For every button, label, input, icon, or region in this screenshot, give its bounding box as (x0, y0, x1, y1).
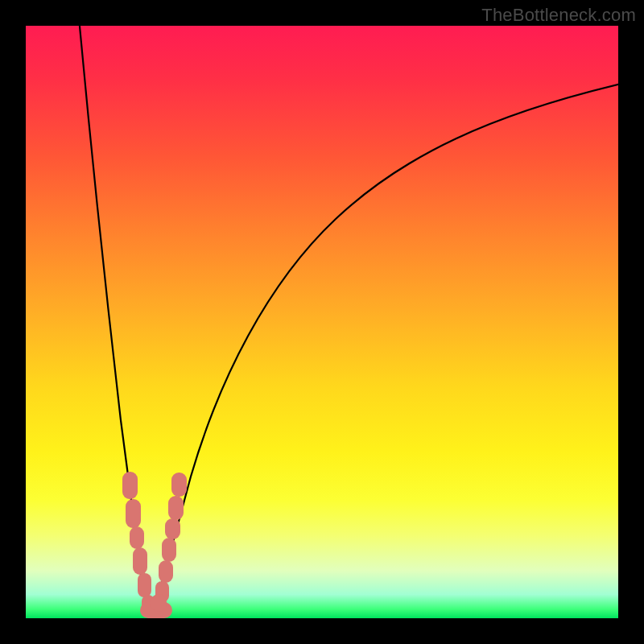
svg-rect-3 (133, 547, 147, 575)
bottleneck-curve-right (151, 84, 618, 618)
curve-layer (26, 26, 618, 618)
left-cluster (122, 472, 155, 612)
svg-rect-9 (162, 538, 176, 562)
chart-frame: TheBottleneck.com (0, 0, 644, 644)
plot-area (26, 26, 618, 618)
svg-rect-8 (165, 518, 180, 539)
svg-rect-10 (159, 560, 173, 583)
svg-rect-7 (168, 496, 184, 520)
svg-rect-13 (151, 594, 167, 612)
svg-rect-1 (126, 499, 141, 528)
svg-rect-6 (171, 473, 187, 497)
svg-rect-0 (122, 472, 138, 499)
right-cluster (155, 473, 187, 602)
svg-rect-2 (130, 526, 144, 549)
svg-rect-4 (138, 573, 151, 597)
watermark-label: TheBottleneck.com (481, 5, 636, 26)
